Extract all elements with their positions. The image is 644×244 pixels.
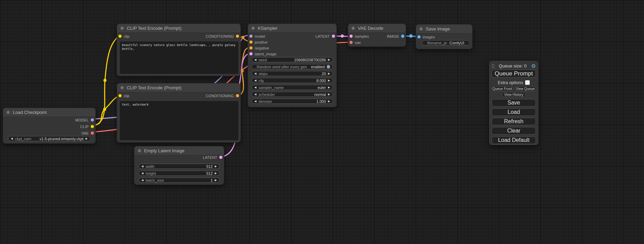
node-ksampler[interactable]: KSampler model positive negative latent_… (248, 24, 337, 107)
widget-value: ComfyUI (449, 41, 464, 45)
prev-value-arrow-icon[interactable]: ◀ (141, 165, 143, 168)
batch-size-widget[interactable]: ◀ batch_size 1 ▶ (139, 178, 220, 183)
prev-value-arrow-icon[interactable]: ◀ (254, 93, 256, 96)
extra-options-label: Extra options (498, 80, 523, 85)
latent-output-port[interactable] (332, 35, 335, 38)
node-title-bar[interactable]: VAE Decode (348, 24, 406, 33)
clip-input-port[interactable] (118, 94, 122, 97)
widget-value: euler (317, 85, 326, 90)
load-default-button[interactable]: Load Default (492, 136, 536, 144)
widget-label: sampler_name (258, 85, 284, 90)
random-seed-toggle-widget[interactable]: Random seed after every gen enabled (252, 64, 333, 69)
clear-button[interactable]: Clear (492, 127, 536, 135)
widget-label: width (145, 164, 155, 169)
clip-input-port[interactable] (118, 35, 122, 38)
node-clip-text-encode-positive[interactable]: CLIP Text Encode (Prompt) clip CONDITION… (117, 24, 241, 76)
samples-input-port[interactable] (350, 35, 353, 38)
prev-value-arrow-icon[interactable]: ◀ (254, 58, 256, 61)
latent-image-input-port[interactable] (249, 52, 253, 55)
node-title-bar[interactable]: CLIP Text Encode (Prompt) (117, 83, 240, 92)
collapse-dot-icon[interactable] (420, 27, 423, 30)
prev-value-arrow-icon[interactable]: ◀ (254, 72, 256, 75)
save-button[interactable]: Save (492, 99, 536, 107)
view-history-button[interactable]: View History (502, 92, 526, 97)
next-value-arrow-icon[interactable]: ▶ (328, 79, 330, 82)
node-title-bar[interactable]: Load Checkpoint (3, 108, 95, 117)
next-value-arrow-icon[interactable]: ▶ (328, 72, 330, 75)
next-value-arrow-icon[interactable]: ▶ (86, 137, 88, 140)
sampler-name-widget[interactable]: ◀ sampler_name euler ▶ (252, 85, 333, 90)
collapse-dot-icon[interactable] (121, 86, 124, 89)
prompt-textarea[interactable]: beautiful scenery nature glass bottle la… (120, 42, 238, 74)
prev-value-arrow-icon[interactable]: ◀ (11, 137, 13, 140)
node-title: Empty Latent Image (144, 148, 184, 153)
next-value-arrow-icon[interactable]: ▶ (328, 93, 330, 96)
conditioning-output-port[interactable] (236, 94, 239, 97)
model-output-port[interactable] (91, 118, 94, 121)
node-title-bar[interactable]: CLIP Text Encode (Prompt) (117, 24, 240, 33)
output-label: CONDITIONING (206, 34, 234, 38)
node-title: Load Checkpoint (13, 110, 47, 115)
prev-value-arrow-icon[interactable]: ◀ (254, 100, 256, 103)
collapse-dot-icon[interactable] (121, 27, 124, 30)
view-queue-button[interactable]: View Queue (515, 86, 536, 91)
prev-value-arrow-icon[interactable]: ◀ (254, 86, 256, 89)
widget-value: 512 (206, 164, 212, 169)
latent-output-port[interactable] (219, 156, 222, 159)
negative-input-port[interactable] (249, 46, 253, 49)
toggle-enabled-dot[interactable] (327, 65, 330, 69)
drag-handle-icon[interactable] (492, 64, 495, 68)
next-value-arrow-icon[interactable]: ▶ (215, 165, 217, 168)
collapse-dot-icon[interactable] (252, 27, 255, 30)
model-input-port[interactable] (249, 35, 253, 38)
node-load-checkpoint[interactable]: Load Checkpoint MODEL CLIP VAE ◀ ckpt_na… (3, 108, 96, 144)
node-clip-text-encode-negative[interactable]: CLIP Text Encode (Prompt) clip CONDITION… (117, 83, 241, 143)
collapse-dot-icon[interactable] (352, 27, 355, 30)
link-clip-negative (92, 96, 120, 126)
widget-value: v1-5-pruned-emaonly.ckpt (39, 137, 83, 141)
graph-canvas[interactable]: Load Checkpoint MODEL CLIP VAE ◀ ckpt_na… (0, 0, 644, 244)
next-value-arrow-icon[interactable]: ▶ (328, 100, 330, 103)
image-output-port[interactable] (401, 35, 404, 38)
prev-value-arrow-icon[interactable]: ◀ (141, 172, 143, 175)
cfg-widget[interactable]: ◀ cfg 8.000 ▶ (252, 78, 333, 83)
node-save-image[interactable]: Save Image images filename_prefix ComfyU… (416, 24, 473, 49)
node-empty-latent-image[interactable]: Empty Latent Image LATENT ◀ width 512 ▶ … (134, 146, 224, 185)
next-value-arrow-icon[interactable]: ▶ (215, 172, 217, 175)
prompt-textarea[interactable]: text, watermark (120, 101, 238, 140)
collapse-dot-icon[interactable] (138, 149, 141, 152)
node-vae-decode[interactable]: VAE Decode samples vae IMAGE (348, 24, 406, 47)
node-title-bar[interactable]: Save Image (416, 25, 472, 34)
steps-widget[interactable]: ◀ steps 20 ▶ (252, 71, 333, 76)
prev-value-arrow-icon[interactable]: ◀ (254, 79, 256, 82)
next-value-arrow-icon[interactable]: ▶ (328, 86, 330, 89)
queue-prompt-button[interactable]: Queue Prompt (492, 70, 536, 78)
denoise-widget[interactable]: ◀ denoise 1.000 ▶ (252, 99, 333, 104)
seed-widget[interactable]: ◀ seed 156680208700286 ▶ (252, 57, 333, 62)
positive-input-port[interactable] (249, 40, 253, 44)
clip-output-port[interactable] (91, 125, 94, 128)
node-title-bar[interactable]: KSampler (248, 24, 336, 33)
conditioning-output-port[interactable] (236, 35, 239, 38)
widget-value: 1.000 (316, 99, 326, 103)
refresh-button[interactable]: Refresh (492, 118, 536, 125)
input-label: samples (355, 34, 369, 38)
next-value-arrow-icon[interactable]: ▶ (328, 58, 330, 61)
collapse-dot-icon[interactable] (7, 111, 10, 114)
height-widget[interactable]: ◀ height 512 ▶ (139, 171, 220, 176)
scheduler-widget[interactable]: ◀ scheduler normal ▶ (252, 92, 333, 97)
widget-label: cfg (258, 79, 264, 83)
prev-value-arrow-icon[interactable]: ◀ (141, 179, 143, 182)
node-title: CLIP Text Encode (Prompt) (127, 85, 182, 90)
filename-prefix-widget[interactable]: filename_prefix ComfyUI (422, 40, 470, 45)
vae-output-port[interactable] (91, 132, 94, 135)
next-value-arrow-icon[interactable]: ▶ (215, 179, 217, 182)
load-button[interactable]: Load (492, 108, 536, 116)
extra-options-checkbox[interactable] (525, 80, 530, 85)
settings-gear-icon[interactable]: ⚙ (531, 63, 536, 69)
width-widget[interactable]: ◀ width 512 ▶ (139, 164, 220, 169)
ckpt-name-widget[interactable]: ◀ ckpt_name v1-5-pruned-emaonly.ckpt ▶ (8, 136, 90, 141)
images-input-port[interactable] (417, 35, 421, 38)
vae-input-port[interactable] (350, 41, 353, 44)
queue-front-button[interactable]: Queue Front (492, 86, 513, 91)
